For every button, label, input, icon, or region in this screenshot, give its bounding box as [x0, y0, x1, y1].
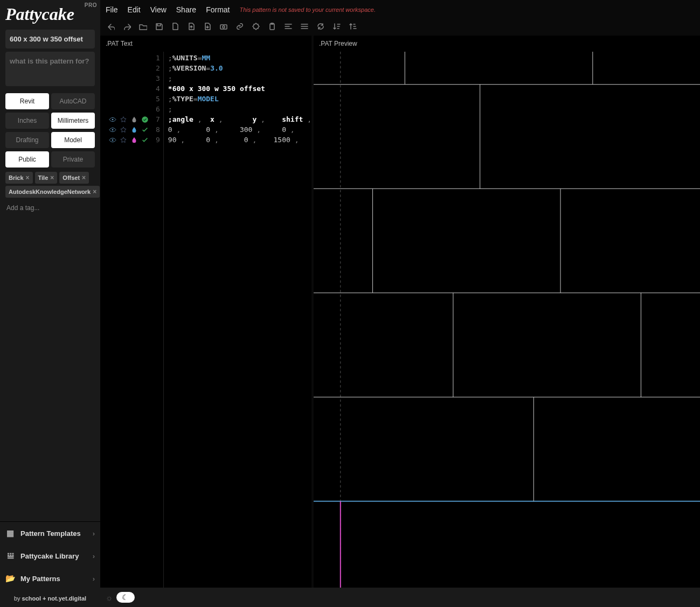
badge-icon[interactable]: [251, 22, 261, 31]
gutter-row: [100, 124, 152, 135]
sort-up-icon[interactable]: [348, 22, 358, 31]
gutter-row: [100, 135, 152, 145]
preview-canvas[interactable]: [314, 52, 700, 588]
tag-autodeskknowledgenetwork[interactable]: AutodeskKnowledgeNetwork×: [5, 186, 100, 198]
code-line[interactable]: ;%TYPE=MODEL: [168, 94, 311, 104]
pattern-title-input[interactable]: [5, 30, 95, 48]
toggle-model[interactable]: Model: [51, 132, 95, 148]
eye-icon[interactable]: [109, 116, 116, 123]
drop-icon[interactable]: [130, 116, 138, 123]
app-logo: Pattycake: [5, 4, 74, 24]
tag-remove-icon[interactable]: ×: [50, 174, 54, 182]
menu-edit[interactable]: Edit: [128, 5, 141, 14]
tag-remove-icon[interactable]: ×: [93, 188, 96, 196]
tag-brick[interactable]: Brick×: [5, 172, 33, 184]
line-number: 2: [152, 63, 160, 73]
code-line[interactable]: ;%UNITS=MM: [168, 53, 311, 63]
line-number: 1: [152, 53, 160, 63]
toggle-private[interactable]: Private: [51, 151, 95, 168]
align-justify-icon[interactable]: [300, 22, 309, 31]
link-icon[interactable]: [235, 22, 245, 31]
sort-down-icon[interactable]: [332, 22, 342, 31]
tag-tile[interactable]: Tile×: [35, 172, 58, 184]
menu-file[interactable]: File: [106, 5, 118, 14]
code-line[interactable]: 0 , 0 , 300 , 0 ,: [168, 124, 311, 135]
tag-label: AutodeskKnowledgeNetwork: [9, 189, 91, 195]
credits: by school + not.yet.digital: [0, 590, 100, 607]
svg-point-6: [112, 129, 114, 130]
pattern-description-input[interactable]: [5, 52, 95, 86]
eye-icon[interactable]: [109, 136, 116, 144]
code-line[interactable]: ;: [168, 73, 311, 83]
check-icon[interactable]: [141, 126, 149, 134]
folder-icon: 📂: [5, 574, 15, 583]
check-icon[interactable]: [141, 136, 149, 144]
menu-share[interactable]: Share: [176, 5, 196, 14]
refresh-icon[interactable]: [316, 22, 325, 31]
theme-toggle[interactable]: ☼ ☾: [106, 592, 135, 603]
clipboard-icon[interactable]: [267, 22, 277, 31]
line-number: 8: [152, 124, 160, 135]
toggle-drafting[interactable]: Drafting: [5, 132, 49, 148]
code-line[interactable]: 90 , 0 , 0 , 1500 ,: [168, 135, 311, 145]
tag-label: Offset: [63, 175, 80, 181]
code-editor[interactable]: 123456789 ;%UNITS=MM;%VERSION=3.0;*600 x…: [100, 52, 311, 588]
tag-offset[interactable]: Offset×: [59, 172, 89, 184]
toggle-revit[interactable]: Revit: [5, 93, 49, 109]
toggle-public[interactable]: Public: [5, 151, 49, 168]
star-icon[interactable]: [120, 136, 127, 144]
panels: .PAT Text 123456789 ;%UNITS=MM;%VERSION=…: [100, 36, 700, 588]
code-body[interactable]: ;%UNITS=MM;%VERSION=3.0;*600 x 300 w 350…: [164, 52, 311, 588]
camera-icon[interactable]: [219, 22, 228, 31]
pat-text-panel: .PAT Text 123456789 ;%UNITS=MM;%VERSION=…: [100, 36, 311, 588]
menu-format[interactable]: Format: [206, 5, 230, 14]
export-icon[interactable]: [186, 22, 196, 31]
chevron-right-icon: ›: [93, 575, 95, 583]
add-tag-input[interactable]: Add a tag...: [5, 202, 95, 214]
star-icon[interactable]: [120, 116, 127, 123]
new-file-icon[interactable]: [170, 22, 180, 31]
star-icon[interactable]: [120, 126, 127, 134]
gutter-marks: [100, 52, 152, 588]
menubar: FileEditViewShareFormatThis pattern is n…: [100, 0, 700, 19]
logo-row: Pattycake PRO: [0, 0, 100, 26]
tag-remove-icon[interactable]: ×: [26, 174, 30, 182]
tag-label: Brick: [9, 175, 24, 181]
line-numbers: 123456789: [152, 52, 164, 588]
nav-label: Pattern Templates: [20, 529, 81, 538]
import-icon[interactable]: [203, 22, 212, 31]
code-line[interactable]: ;: [168, 104, 311, 114]
plan-badge: PRO: [85, 2, 97, 8]
toggle-units: Inches Millimeters: [5, 113, 95, 129]
gutter-row: [100, 114, 152, 124]
tag-remove-icon[interactable]: ×: [82, 174, 86, 182]
credits-author: school + not.yet.digital: [22, 595, 87, 602]
code-line[interactable]: ;angle , x , y , shift ,: [168, 114, 311, 124]
books-icon: 𝍎: [5, 551, 15, 561]
align-left-icon[interactable]: [283, 22, 293, 31]
nav-pattern-templates[interactable]: ▦Pattern Templates›: [0, 522, 100, 545]
drop-icon[interactable]: [130, 126, 138, 134]
open-icon[interactable]: [138, 22, 148, 31]
save-icon[interactable]: [154, 22, 164, 31]
redo-icon[interactable]: [122, 22, 131, 31]
check-icon[interactable]: [141, 116, 149, 123]
grid-icon: ▦: [5, 528, 15, 538]
line-number: 6: [152, 104, 160, 114]
code-line[interactable]: *600 x 300 w 350 offset: [168, 83, 311, 94]
code-line[interactable]: ;%VERSION=3.0: [168, 63, 311, 73]
preview-svg: [314, 52, 700, 588]
toggle-autocad[interactable]: AutoCAD: [51, 93, 95, 109]
drop-icon[interactable]: [130, 136, 138, 144]
nav-pattycake-library[interactable]: 𝍎Pattycake Library›: [0, 545, 100, 567]
nav-my-patterns[interactable]: 📂My Patterns›: [0, 567, 100, 590]
toggle-millimeters[interactable]: Millimeters: [51, 113, 95, 129]
toggle-inches[interactable]: Inches: [5, 113, 49, 129]
line-number: 7: [152, 114, 160, 124]
main: FileEditViewShareFormatThis pattern is n…: [100, 0, 700, 607]
gutter-row: [100, 63, 152, 73]
eye-icon[interactable]: [109, 126, 116, 134]
menu-view[interactable]: View: [150, 5, 167, 14]
undo-icon[interactable]: [106, 22, 115, 31]
unsaved-warning: This pattern is not saved to your curren…: [239, 6, 376, 13]
